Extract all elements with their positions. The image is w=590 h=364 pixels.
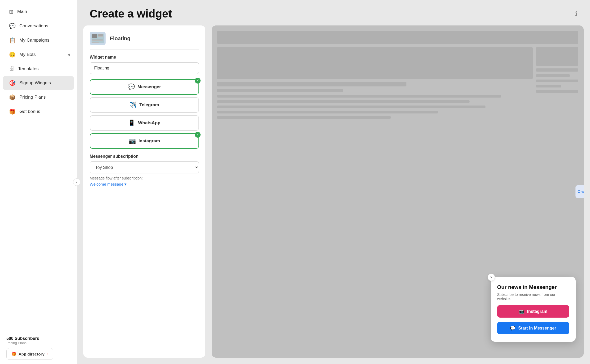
popup-subtitle: Subscribe to receive news from our websi… xyxy=(497,292,569,301)
preview-sidebar-line4 xyxy=(536,85,561,87)
svg-rect-4 xyxy=(92,39,103,40)
subscriber-info: 500 Subscribers Pricing Plans xyxy=(6,336,70,345)
preview-content-col xyxy=(217,47,533,352)
check-badge-instagram: ✓ xyxy=(195,132,201,138)
message-flow-section: Message flow after subscription: Welcome… xyxy=(90,176,199,187)
page-title: Create a widget xyxy=(90,7,172,20)
my-campaigns-icon: 📋 xyxy=(9,37,16,43)
beta-badge: β xyxy=(47,352,49,356)
info-icon[interactable]: ℹ xyxy=(575,10,577,17)
preview-block-line2 xyxy=(217,89,343,92)
popup-messenger-label: Start in Messenger xyxy=(518,326,556,331)
sidebar-item-templates[interactable]: 🗄 Templates xyxy=(3,62,74,76)
widget-name-input[interactable] xyxy=(90,62,199,74)
popup-instagram-label: Instagram xyxy=(527,309,547,314)
bot-select[interactable]: Toy ShopDefault Bot xyxy=(90,161,199,173)
content-area: Floating Widget name ✓ 💬 Messenger ✈️ Te… xyxy=(77,25,590,364)
welcome-message-link[interactable]: Welcome message ▾ xyxy=(90,182,199,187)
telegram-icon: ✈️ xyxy=(129,102,137,108)
sidebar-label-main: Main xyxy=(17,9,27,14)
widget-name-label: Widget name xyxy=(90,55,199,60)
svg-rect-1 xyxy=(92,34,97,38)
sidebar-item-main[interactable]: ⊞ Main xyxy=(3,5,74,19)
channel-btn-whatsapp[interactable]: 📱 WhatsApp xyxy=(90,115,199,131)
signup-widgets-icon: 🎯 xyxy=(9,80,16,86)
sidebar-nav: ⊞ Main 💬 Conversations 📋 My Campaigns 😊 … xyxy=(0,0,77,332)
svg-rect-3 xyxy=(98,36,103,37)
floating-popup: × Our news in Messenger Subscribe to rec… xyxy=(491,277,576,342)
preview-sidebar-line5 xyxy=(536,90,578,93)
messenger-icon: 💬 xyxy=(128,84,135,90)
widget-panel: Floating Widget name ✓ 💬 Messenger ✈️ Te… xyxy=(83,25,205,358)
instagram-icon-popup: 📷 xyxy=(519,309,524,314)
preview-sidebar-block1 xyxy=(536,47,578,66)
sidebar-footer: 500 Subscribers Pricing Plans 🎁 App dire… xyxy=(0,332,77,364)
preview-block-line5 xyxy=(217,106,485,108)
preview-block-line6 xyxy=(217,111,438,113)
subscriber-label: Pricing Plans xyxy=(6,341,70,345)
check-badge-messenger: ✓ xyxy=(195,78,201,84)
app-directory-label: App directory xyxy=(19,352,45,356)
svg-rect-6 xyxy=(92,42,99,43)
widget-type-icon xyxy=(90,32,106,45)
preview-header-bar xyxy=(217,31,578,44)
widget-name-section: Widget name xyxy=(90,55,199,74)
preview-block-line7 xyxy=(217,116,391,119)
channel-list: ✓ 💬 Messenger ✈️ Telegram 📱 WhatsApp ✓ 📷… xyxy=(90,79,199,149)
app-directory-button[interactable]: 🎁 App directoryβ xyxy=(6,348,53,360)
sidebar-item-my-campaigns[interactable]: 📋 My Campaigns xyxy=(3,33,74,47)
sidebar-label-my-campaigns: My Campaigns xyxy=(19,38,49,43)
sidebar: ⊞ Main 💬 Conversations 📋 My Campaigns 😊 … xyxy=(0,0,77,364)
sidebar-item-signup-widgets[interactable]: 🎯 Signup Widgets xyxy=(3,76,74,90)
main-content: Create a widget ℹ Floati xyxy=(77,0,590,364)
popup-title: Our news in Messenger xyxy=(497,284,569,290)
chevron-icon: ◀ xyxy=(67,53,70,56)
instagram-icon: 📷 xyxy=(129,138,136,144)
sidebar-item-conversations[interactable]: 💬 Conversations xyxy=(3,19,74,33)
sidebar-label-signup-widgets: Signup Widgets xyxy=(19,80,51,86)
popup-close-button[interactable]: × xyxy=(488,274,495,281)
message-flow-label: Message flow after subscription: xyxy=(90,176,199,180)
sidebar-item-my-bots[interactable]: 😊 My Bots ◀ xyxy=(3,48,74,62)
preview-block-line4 xyxy=(217,100,470,103)
widget-type-header: Floating xyxy=(90,32,199,50)
page-header: Create a widget ℹ xyxy=(77,0,590,25)
preview-block-line1 xyxy=(217,82,406,86)
preview-block-main xyxy=(217,47,533,79)
messenger-subscription-label: Messenger subscription xyxy=(90,154,199,159)
preview-block-line3 xyxy=(217,95,501,98)
popup-instagram-button[interactable]: 📷 Instagram xyxy=(497,305,569,318)
preview-area: × Our news in Messenger Subscribe to rec… xyxy=(212,25,584,358)
channel-btn-messenger[interactable]: ✓ 💬 Messenger xyxy=(90,79,199,95)
get-bonus-icon: 🎁 xyxy=(9,108,16,115)
sidebar-label-my-bots: My Bots xyxy=(19,52,36,57)
preview-sidebar-line1 xyxy=(536,68,578,72)
telegram-label: Telegram xyxy=(139,102,159,108)
whatsapp-label: WhatsApp xyxy=(138,120,160,126)
collapse-sidebar-button[interactable]: ‹ xyxy=(73,178,80,186)
sidebar-label-templates: Templates xyxy=(18,66,38,72)
instagram-label: Instagram xyxy=(138,138,160,144)
preview-sidebar-line3 xyxy=(536,80,578,82)
svg-rect-2 xyxy=(98,34,103,36)
svg-rect-5 xyxy=(92,40,103,41)
gift-icon: 🎁 xyxy=(11,352,16,356)
whatsapp-icon: 📱 xyxy=(128,120,135,126)
sidebar-item-get-bonus[interactable]: 🎁 Get bonus xyxy=(3,105,74,119)
messenger-icon-popup: 💬 xyxy=(510,326,515,331)
main-icon: ⊞ xyxy=(9,8,14,15)
widget-type-label: Floating xyxy=(110,36,131,42)
popup-messenger-button[interactable]: 💬 Start in Messenger xyxy=(497,322,569,334)
messenger-label: Messenger xyxy=(137,84,161,90)
messenger-subscription-section: Messenger subscription Toy ShopDefault B… xyxy=(90,154,199,187)
pricing-plans-icon: 📦 xyxy=(9,94,16,100)
sidebar-label-get-bonus: Get bonus xyxy=(19,109,40,114)
sidebar-item-pricing-plans[interactable]: 📦 Pricing Plans xyxy=(3,90,74,104)
my-bots-icon: 😊 xyxy=(9,51,16,58)
conversations-icon: 💬 xyxy=(9,23,16,29)
channel-btn-instagram[interactable]: ✓ 📷 Instagram xyxy=(90,133,199,149)
channel-btn-telegram[interactable]: ✈️ Telegram xyxy=(90,97,199,113)
chats-tab[interactable]: Chats xyxy=(575,185,584,198)
preview-sidebar-line2 xyxy=(536,74,570,77)
templates-icon: 🗄 xyxy=(9,66,14,72)
